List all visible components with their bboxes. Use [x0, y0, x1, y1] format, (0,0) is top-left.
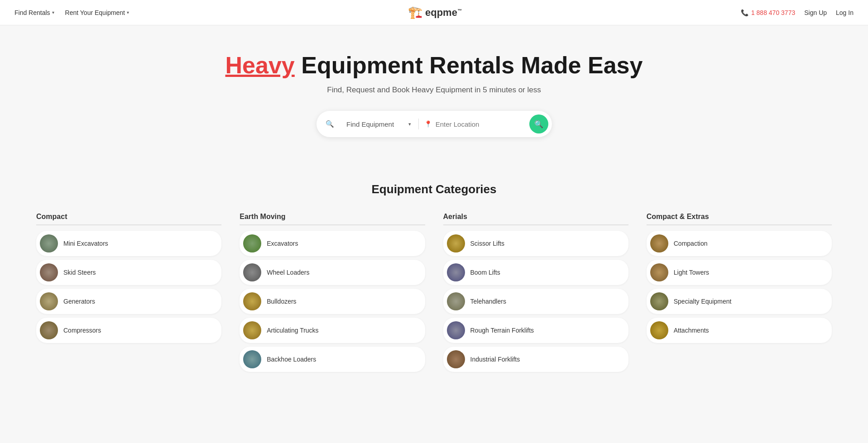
- hero-section: Heavy Equipment Rentals Made Easy Find, …: [0, 25, 868, 182]
- category-label-3: Attachments: [674, 327, 709, 334]
- category-thumb-rough: [447, 321, 465, 339]
- search-button[interactable]: 🔍: [529, 114, 548, 133]
- category-label-3: Articulating Trucks: [267, 327, 318, 334]
- category-label-3: Rough Terrain Forklifts: [470, 327, 534, 334]
- category-thumb-attach: [650, 321, 668, 339]
- category-label-0: Mini Excavators: [63, 240, 108, 247]
- category-thumb-gen: [40, 292, 58, 310]
- navbar-right: 📞 1 888 470 3773 Sign Up Log In: [741, 9, 854, 16]
- search-bar: 🔍 Find Equipment ▾ 📍 🔍: [317, 111, 552, 137]
- category-items-0: Mini ExcavatorsSkid SteersGeneratorsComp…: [36, 231, 221, 343]
- login-link[interactable]: Log In: [836, 9, 854, 16]
- category-item-attachments[interactable]: Attachments: [647, 318, 832, 343]
- hero-subtitle: Find, Request and Book Heavy Equipment i…: [9, 86, 859, 95]
- category-label-0: Scissor Lifts: [470, 240, 504, 247]
- logo-icon: 🏗️: [408, 5, 422, 19]
- category-column-2: AerialsScissor LiftsBoom LiftsTelehandle…: [443, 213, 628, 372]
- category-item-compaction[interactable]: Compaction: [647, 231, 832, 256]
- category-thumb-exc: [243, 234, 261, 252]
- navbar: Find Rentals ▾ Rent Your Equipment ▾ 🏗️ …: [0, 0, 868, 25]
- category-item-industrial-forklifts[interactable]: Industrial Forklifts: [443, 347, 628, 372]
- hero-title: Heavy Equipment Rentals Made Easy: [9, 52, 859, 78]
- column-title-1: Earth Moving: [240, 213, 425, 225]
- category-item-scissor-lifts[interactable]: Scissor Lifts: [443, 231, 628, 256]
- logo[interactable]: 🏗️ eqpme™: [408, 5, 462, 19]
- category-item-articulating-trucks[interactable]: Articulating Trucks: [240, 318, 425, 343]
- rent-equipment-chevron: ▾: [127, 10, 129, 15]
- category-thumb-skid: [40, 263, 58, 281]
- search-submit-icon: 🔍: [534, 120, 543, 129]
- category-thumb-tele: [447, 292, 465, 310]
- category-thumb-artic: [243, 321, 261, 339]
- phone-number[interactable]: 📞 1 888 470 3773: [741, 9, 795, 16]
- rent-equipment-label: Rent Your Equipment: [65, 9, 125, 16]
- category-label-1: Light Towers: [674, 269, 709, 276]
- category-item-telehandlers[interactable]: Telehandlers: [443, 289, 628, 314]
- category-item-light-towers[interactable]: Light Towers: [647, 260, 832, 285]
- category-items-1: ExcavatorsWheel LoadersBulldozersArticul…: [240, 231, 425, 372]
- category-item-skid-steers[interactable]: Skid Steers: [36, 260, 221, 285]
- hero-title-rest: Equipment Rentals Made Easy: [295, 52, 643, 78]
- categories-title: Equipment Categories: [36, 182, 832, 196]
- category-item-specialty-equipment[interactable]: Specialty Equipment: [647, 289, 832, 314]
- category-label-2: Generators: [63, 298, 95, 305]
- search-icon: 🔍: [326, 120, 334, 128]
- category-thumb-compaction: [650, 234, 668, 252]
- column-title-0: Compact: [36, 213, 221, 225]
- column-title-3: Compact & Extras: [647, 213, 832, 225]
- column-title-2: Aerials: [443, 213, 628, 225]
- search-bar-wrap: 🔍 Find Equipment ▾ 📍 🔍: [9, 111, 859, 137]
- category-label-1: Wheel Loaders: [267, 269, 309, 276]
- find-rentals-label: Find Rentals: [14, 9, 50, 16]
- category-column-0: CompactMini ExcavatorsSkid SteersGenerat…: [36, 213, 221, 372]
- hero-title-heavy: Heavy: [225, 52, 295, 78]
- category-thumb-back: [243, 350, 261, 368]
- category-item-excavators[interactable]: Excavators: [240, 231, 425, 256]
- dropdown-arrow-icon: ▾: [407, 119, 413, 129]
- category-thumb-boom: [447, 263, 465, 281]
- category-thumb-light: [650, 263, 668, 281]
- find-rentals-link[interactable]: Find Rentals ▾: [14, 9, 54, 16]
- signup-link[interactable]: Sign Up: [804, 9, 827, 16]
- category-label-0: Excavators: [267, 240, 298, 247]
- search-divider: [418, 119, 419, 129]
- category-item-generators[interactable]: Generators: [36, 289, 221, 314]
- category-label-4: Backhoe Loaders: [267, 356, 316, 363]
- category-label-1: Boom Lifts: [470, 269, 500, 276]
- location-pin-icon: 📍: [424, 120, 432, 128]
- category-thumb-comp: [40, 321, 58, 339]
- category-label-4: Industrial Forklifts: [470, 356, 520, 363]
- category-label-1: Skid Steers: [63, 269, 96, 276]
- category-items-3: CompactionLight TowersSpecialty Equipmen…: [647, 231, 832, 343]
- categories-section: Equipment Categories CompactMini Excavat…: [0, 182, 868, 399]
- find-equipment-dropdown[interactable]: 🔍 Find Equipment ▾: [326, 119, 413, 129]
- category-column-3: Compact & ExtrasCompactionLight TowersSp…: [647, 213, 832, 372]
- category-thumb-scissor: [447, 234, 465, 252]
- category-item-compressors[interactable]: Compressors: [36, 318, 221, 343]
- category-item-backhoe-loaders[interactable]: Backhoe Loaders: [240, 347, 425, 372]
- categories-grid: CompactMini ExcavatorsSkid SteersGenerat…: [36, 213, 832, 372]
- category-label-0: Compaction: [674, 240, 708, 247]
- category-label-3: Compressors: [63, 327, 101, 334]
- category-thumb-bull: [243, 292, 261, 310]
- category-label-2: Telehandlers: [470, 298, 506, 305]
- category-thumb-spec: [650, 292, 668, 310]
- category-items-2: Scissor LiftsBoom LiftsTelehandlersRough…: [443, 231, 628, 372]
- category-column-1: Earth MovingExcavatorsWheel LoadersBulld…: [240, 213, 425, 372]
- category-item-wheel-loaders[interactable]: Wheel Loaders: [240, 260, 425, 285]
- logo-text: eqpme™: [425, 7, 462, 19]
- category-item-rough-terrain-forklifts[interactable]: Rough Terrain Forklifts: [443, 318, 628, 343]
- category-item-boom-lifts[interactable]: Boom Lifts: [443, 260, 628, 285]
- category-label-2: Bulldozers: [267, 298, 296, 305]
- location-field: 📍: [424, 120, 529, 128]
- navbar-left: Find Rentals ▾ Rent Your Equipment ▾: [14, 9, 129, 16]
- rent-equipment-link[interactable]: Rent Your Equipment ▾: [65, 9, 129, 16]
- find-equipment-label: Find Equipment: [338, 120, 403, 128]
- category-item-bulldozers[interactable]: Bulldozers: [240, 289, 425, 314]
- category-item-mini-excavators[interactable]: Mini Excavators: [36, 231, 221, 256]
- category-thumb-mini-exc: [40, 234, 58, 252]
- category-thumb-wheel: [243, 263, 261, 281]
- find-rentals-chevron: ▾: [52, 10, 54, 15]
- category-label-2: Specialty Equipment: [674, 298, 732, 305]
- location-input[interactable]: [436, 120, 529, 128]
